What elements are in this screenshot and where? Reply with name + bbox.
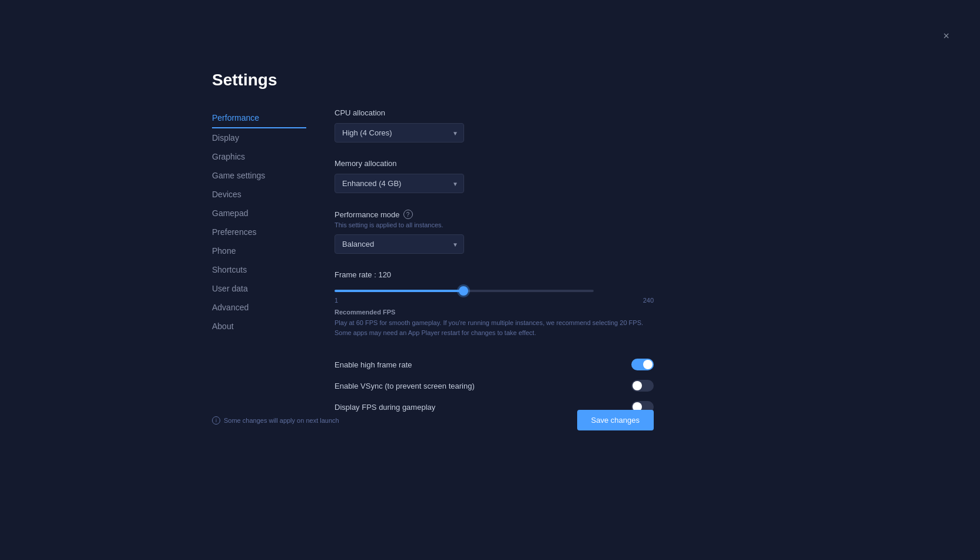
sidebar-item-shortcuts[interactable]: Shortcuts xyxy=(212,260,306,279)
performance-mode-section: Performance mode ? This setting is appli… xyxy=(335,210,654,254)
close-button[interactable]: × xyxy=(941,28,952,44)
toggle-label-high-frame-rate: Enable high frame rate xyxy=(335,360,412,369)
sidebar-item-game-settings[interactable]: Game settings xyxy=(212,166,306,185)
performance-mode-label: Performance mode xyxy=(335,210,400,219)
frame-rate-slider[interactable] xyxy=(335,290,594,292)
sidebar-item-user-data[interactable]: User data xyxy=(212,279,306,298)
toggles-section: Enable high frame rateEnable VSync (to p… xyxy=(335,354,654,417)
sidebar-item-advanced[interactable]: Advanced xyxy=(212,298,306,317)
toggle-thumb-high-frame-rate xyxy=(643,360,653,369)
settings-body: PerformanceDisplayGraphicsGame settingsD… xyxy=(212,108,654,417)
sidebar-item-phone[interactable]: Phone xyxy=(212,241,306,260)
sidebar-item-about[interactable]: About xyxy=(212,317,306,336)
settings-panel: Settings PerformanceDisplayGraphicsGame … xyxy=(212,71,654,417)
footer-note-text: Some changes will apply on next launch xyxy=(224,417,339,424)
cpu-dropdown-wrapper: Low (1 Core)Medium (2 Cores)High (4 Core… xyxy=(335,123,464,143)
memory-allocation-section: Memory allocation Low (1 GB)Medium (2 GB… xyxy=(335,159,654,193)
sidebar-item-devices[interactable]: Devices xyxy=(212,185,306,204)
sidebar-item-graphics[interactable]: Graphics xyxy=(212,147,306,166)
perf-mode-dropdown-wrapper: Power savingBalancedHigh performance ▼ xyxy=(335,234,464,254)
toggle-row-high-frame-rate: Enable high frame rate xyxy=(335,354,654,375)
slider-min-label: 1 xyxy=(335,297,338,304)
memory-dropdown-wrapper: Low (1 GB)Medium (2 GB)Enhanced (4 GB)Hi… xyxy=(335,174,464,193)
main-content: CPU allocation Low (1 Core)Medium (2 Cor… xyxy=(335,108,654,417)
cpu-allocation-section: CPU allocation Low (1 Core)Medium (2 Cor… xyxy=(335,108,654,143)
slider-range-labels: 1 240 xyxy=(335,297,654,304)
memory-allocation-select[interactable]: Low (1 GB)Medium (2 GB)Enhanced (4 GB)Hi… xyxy=(335,174,464,193)
frame-rate-label: Frame rate : 120 xyxy=(335,270,654,279)
sidebar-item-display[interactable]: Display xyxy=(212,128,306,147)
slider-max-label: 240 xyxy=(643,297,654,304)
close-icon: × xyxy=(943,30,949,42)
performance-mode-header: Performance mode ? xyxy=(335,210,654,219)
cpu-allocation-label: CPU allocation xyxy=(335,108,654,117)
sidebar-item-performance[interactable]: Performance xyxy=(212,108,306,128)
toggle-thumb-vsync xyxy=(633,381,642,390)
toggle-vsync[interactable] xyxy=(631,380,654,392)
toggle-row-vsync: Enable VSync (to prevent screen tearing) xyxy=(335,375,654,396)
performance-mode-select[interactable]: Power savingBalancedHigh performance xyxy=(335,234,464,254)
frame-rate-section: Frame rate : 120 1 240 Recommended FPS P… xyxy=(335,270,654,337)
toggle-label-vsync: Enable VSync (to prevent screen tearing) xyxy=(335,382,475,390)
sidebar-nav: PerformanceDisplayGraphicsGame settingsD… xyxy=(212,108,306,417)
save-changes-button[interactable]: Save changes xyxy=(577,410,654,430)
performance-mode-subtitle: This setting is applied to all instances… xyxy=(335,221,654,228)
toggle-high-frame-rate[interactable] xyxy=(631,359,654,370)
footer-note: i Some changes will apply on next launch xyxy=(212,416,339,425)
info-icon: i xyxy=(212,416,220,425)
page-title: Settings xyxy=(212,71,654,90)
sidebar-item-gamepad[interactable]: Gamepad xyxy=(212,204,306,223)
recommended-fps-label: Recommended FPS xyxy=(335,309,654,316)
help-icon[interactable]: ? xyxy=(403,210,413,219)
cpu-allocation-select[interactable]: Low (1 Core)Medium (2 Cores)High (4 Core… xyxy=(335,123,464,143)
fps-description: Play at 60 FPS for smooth gameplay. If y… xyxy=(335,318,654,337)
footer: i Some changes will apply on next launch… xyxy=(212,410,654,430)
sidebar-item-preferences[interactable]: Preferences xyxy=(212,223,306,241)
memory-allocation-label: Memory allocation xyxy=(335,159,654,168)
